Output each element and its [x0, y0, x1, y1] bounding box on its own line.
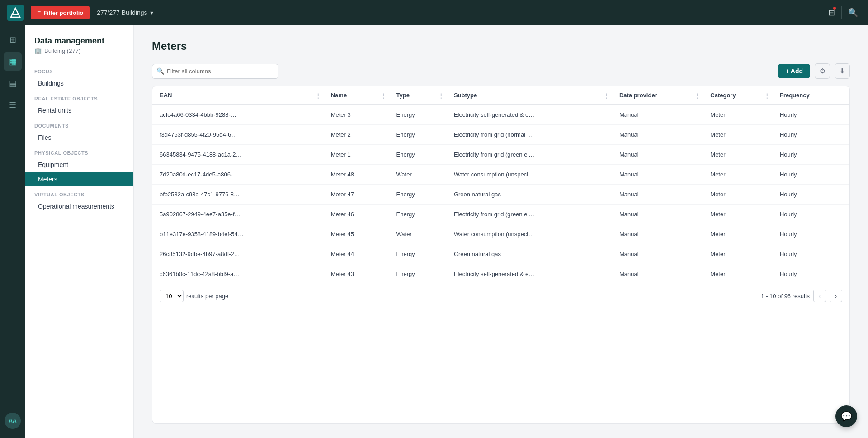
- filter-portfolio-button[interactable]: ≡ Filter portfolio: [31, 6, 90, 19]
- col-resize-handle[interactable]: ⋮: [604, 92, 609, 99]
- table-header-row: EAN ⋮ Name ⋮ Type ⋮ Subtype ⋮ Data provi…: [152, 86, 849, 105]
- sidebar-item-rental-units[interactable]: Rental units: [25, 103, 133, 118]
- sidebar-item-files[interactable]: Files: [25, 130, 133, 145]
- cell-frequency: Hourly: [773, 125, 849, 145]
- list-icon: ☰: [9, 100, 16, 110]
- cell-subtype: Electricity self-generated & e…: [447, 105, 612, 125]
- col-resize-handle[interactable]: ⋮: [438, 92, 444, 99]
- toolbar: 🔍 + Add ⚙ ⬇: [152, 63, 850, 79]
- buildings-selector[interactable]: 277/277 Buildings ▾: [97, 9, 153, 16]
- prev-page-button[interactable]: ‹: [813, 290, 826, 302]
- cell-name: Meter 44: [324, 244, 389, 264]
- table-row[interactable]: 26c85132-9dbe-4b97-a8df-2…Meter 44Energy…: [152, 244, 849, 264]
- toolbar-right: + Add ⚙ ⬇: [778, 63, 850, 79]
- nav-section-real-estate: Real estate objects: [25, 90, 133, 103]
- page-title: Meters: [152, 40, 850, 52]
- app-logo[interactable]: [7, 5, 24, 21]
- cell-name: Meter 46: [324, 205, 389, 224]
- cell-category: Meter: [703, 264, 773, 284]
- cell-frequency: Hourly: [773, 264, 849, 284]
- cell-ean: c6361b0c-11dc-42a8-bbf9-a…: [152, 264, 324, 284]
- table-row[interactable]: c6361b0c-11dc-42a8-bbf9-a…Meter 43Energy…: [152, 264, 849, 284]
- pagination-info: 1 - 10 of 96 results ‹ ›: [761, 290, 842, 302]
- download-button[interactable]: ⬇: [835, 63, 850, 79]
- settings-button[interactable]: ⚙: [815, 63, 830, 79]
- table-row[interactable]: bfb2532a-c93a-47c1-9776-8…Meter 47Energy…: [152, 185, 849, 205]
- cell-type: Energy: [389, 264, 447, 284]
- cell-category: Meter: [703, 224, 773, 244]
- meters-table: EAN ⋮ Name ⋮ Type ⋮ Subtype ⋮ Data provi…: [152, 86, 849, 284]
- col-resize-handle[interactable]: ⋮: [764, 92, 770, 99]
- cell-subtype: Water consumption (unspeci…: [447, 224, 612, 244]
- sidebar-icon-monitor[interactable]: ▤: [4, 74, 22, 92]
- cell-type: Energy: [389, 185, 447, 205]
- cell-type: Water: [389, 224, 447, 244]
- cell-name: Meter 47: [324, 185, 389, 205]
- table-row[interactable]: f3d4753f-d855-4f20-95d4-6…Meter 2EnergyE…: [152, 125, 849, 145]
- cell-subtype: Electricity from grid (normal …: [447, 125, 612, 145]
- table-container: EAN ⋮ Name ⋮ Type ⋮ Subtype ⋮ Data provi…: [152, 86, 850, 424]
- search-button[interactable]: 🔍: [845, 5, 861, 20]
- cell-category: Meter: [703, 165, 773, 185]
- monitor-icon: ▤: [9, 78, 17, 88]
- table-row[interactable]: acfc4a66-0334-4bbb-9288-…Meter 3EnergyEl…: [152, 105, 849, 125]
- cell-category: Meter: [703, 105, 773, 125]
- col-data-provider: Data provider ⋮: [612, 86, 703, 105]
- col-name: Name ⋮: [324, 86, 389, 105]
- sidebar-item-equipment[interactable]: Equipment: [25, 157, 133, 172]
- cell-category: Meter: [703, 145, 773, 165]
- table-body: acfc4a66-0334-4bbb-9288-…Meter 3EnergyEl…: [152, 105, 849, 284]
- sidebar-icon-grid[interactable]: ⊞: [4, 31, 22, 49]
- cell-ean: acfc4a66-0334-4bbb-9288-…: [152, 105, 324, 125]
- cell-name: Meter 48: [324, 165, 389, 185]
- table-row[interactable]: 5a902867-2949-4ee7-a35e-f…Meter 46Energy…: [152, 205, 849, 224]
- content-area: Meters 🔍 + Add ⚙ ⬇: [134, 25, 868, 438]
- search-input[interactable]: [152, 64, 278, 79]
- gear-icon: ⚙: [820, 67, 826, 75]
- sidebar-item-meters[interactable]: Meters: [25, 172, 133, 186]
- col-resize-handle[interactable]: ⋮: [381, 92, 387, 99]
- topbar-right: ⊟ 🔍: [826, 5, 861, 20]
- nav-section-focus: Focus: [25, 63, 133, 76]
- chat-icon: 💬: [841, 411, 852, 422]
- cell-type: Energy: [389, 205, 447, 224]
- cell-frequency: Hourly: [773, 165, 849, 185]
- per-page-select[interactable]: 10 25 50: [160, 290, 184, 302]
- cell-data_provider: Manual: [612, 145, 703, 165]
- search-wrap: 🔍: [152, 64, 278, 79]
- col-resize-handle[interactable]: ⋮: [694, 92, 700, 99]
- cell-name: Meter 3: [324, 105, 389, 125]
- per-page-selector: 10 25 50 results per page: [160, 290, 228, 302]
- topbar-divider: [841, 6, 842, 19]
- cell-subtype: Electricity from grid (green el…: [447, 145, 612, 165]
- sidebar-item-operational-measurements[interactable]: Operational measurements: [25, 199, 133, 214]
- cell-ean: f3d4753f-d855-4f20-95d4-6…: [152, 125, 324, 145]
- sidebar-item-buildings[interactable]: Buildings: [25, 76, 133, 90]
- cell-ean: 5a902867-2949-4ee7-a35e-f…: [152, 205, 324, 224]
- cell-name: Meter 43: [324, 264, 389, 284]
- nav-section-documents: Documents: [25, 118, 133, 130]
- cell-frequency: Hourly: [773, 105, 849, 125]
- nav-title: Data management: [25, 36, 133, 48]
- chat-button[interactable]: 💬: [835, 405, 857, 427]
- nav-section-physical: Physical objects: [25, 145, 133, 157]
- table-row[interactable]: b11e317e-9358-4189-b4ef-54…Meter 45Water…: [152, 224, 849, 244]
- col-category: Category ⋮: [703, 86, 773, 105]
- sidebar-icon-list[interactable]: ☰: [4, 96, 22, 114]
- cell-subtype: Green natural gas: [447, 185, 612, 205]
- nav-subtitle: 🏢 Building (277): [25, 48, 133, 63]
- table-row[interactable]: 7d20a80d-ec17-4de5-a806-…Meter 48WaterWa…: [152, 165, 849, 185]
- cell-subtype: Electricity from grid (green el…: [447, 205, 612, 224]
- avatar-initials: AA: [9, 418, 16, 424]
- filter-settings-button[interactable]: ⊟: [826, 5, 838, 20]
- filter-icon: ≡: [37, 9, 41, 16]
- cell-frequency: Hourly: [773, 205, 849, 224]
- cell-data_provider: Manual: [612, 125, 703, 145]
- add-button[interactable]: + Add: [778, 64, 810, 78]
- col-resize-handle[interactable]: ⋮: [315, 92, 321, 99]
- sidebar-icon-data[interactable]: ▦: [4, 52, 22, 71]
- next-page-button[interactable]: ›: [830, 290, 842, 302]
- user-avatar[interactable]: AA: [5, 413, 21, 429]
- cell-data_provider: Manual: [612, 165, 703, 185]
- table-row[interactable]: 66345834-9475-4188-ac1a-2…Meter 1EnergyE…: [152, 145, 849, 165]
